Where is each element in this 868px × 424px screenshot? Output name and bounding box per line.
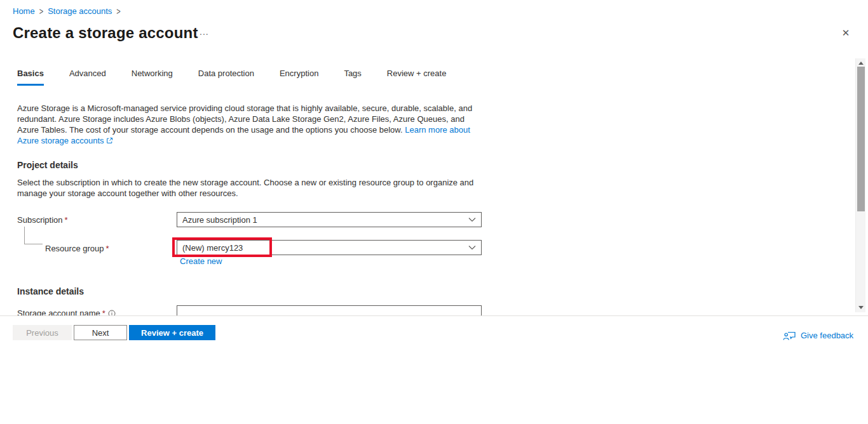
tab-tags[interactable]: Tags: [344, 69, 361, 86]
storage-account-name-label-text: Storage account name: [17, 308, 100, 315]
scroll-down-icon[interactable]: [858, 306, 864, 309]
content-pane: Basics Advanced Networking Data protecti…: [0, 57, 855, 315]
next-button[interactable]: Next: [74, 325, 127, 340]
resource-group-dropdown[interactable]: (New) mercy123: [177, 240, 482, 255]
resource-group-label-text: Resource group: [45, 244, 104, 253]
required-marker: *: [102, 308, 105, 315]
subscription-value: Azure subscription 1: [182, 215, 468, 225]
create-new-link[interactable]: Create new: [180, 256, 222, 266]
tab-bar: Basics Advanced Networking Data protecti…: [17, 69, 446, 86]
feedback-label: Give feedback: [801, 331, 853, 340]
breadcrumb-separator: >: [39, 6, 43, 17]
project-details-heading: Project details: [17, 160, 78, 170]
review-create-button[interactable]: Review + create: [129, 325, 215, 340]
storage-account-name-label: Storage account name*: [17, 308, 116, 315]
subscription-dropdown[interactable]: Azure subscription 1: [177, 212, 482, 227]
tab-networking[interactable]: Networking: [132, 69, 173, 86]
intro-text: Azure Storage is a Microsoft-managed ser…: [17, 103, 478, 147]
info-icon: [108, 310, 116, 315]
footer-divider: [0, 315, 868, 316]
feedback-icon: [783, 330, 796, 341]
tab-review-create[interactable]: Review + create: [387, 69, 447, 86]
breadcrumb-separator: >: [116, 6, 120, 17]
breadcrumb-storage-accounts[interactable]: Storage accounts: [48, 6, 112, 16]
resource-group-value: (New) mercy123: [182, 243, 468, 253]
project-details-description: Select the subscription in which to crea…: [17, 178, 478, 199]
instance-details-heading: Instance details: [17, 286, 84, 296]
required-marker: *: [65, 215, 68, 225]
close-icon[interactable]: ✕: [839, 26, 853, 40]
previous-button[interactable]: Previous: [13, 325, 72, 340]
page-title: Create a storage account: [13, 24, 198, 42]
breadcrumb: Home > Storage accounts >: [13, 6, 121, 16]
give-feedback-link[interactable]: Give feedback: [783, 330, 853, 341]
chevron-down-icon: [468, 217, 476, 222]
chevron-down-icon: [468, 245, 476, 250]
subscription-label: Subscription*: [17, 215, 68, 225]
tab-encryption[interactable]: Encryption: [280, 69, 318, 86]
tab-basics[interactable]: Basics: [17, 69, 44, 86]
external-link-icon: [106, 136, 113, 147]
intro-body: Azure Storage is a Microsoft-managed ser…: [17, 103, 472, 135]
subscription-label-text: Subscription: [17, 215, 63, 225]
tab-data-protection[interactable]: Data protection: [198, 69, 254, 86]
breadcrumb-home[interactable]: Home: [13, 6, 35, 16]
vertical-scrollbar[interactable]: [855, 58, 865, 312]
tab-advanced[interactable]: Advanced: [69, 69, 106, 86]
storage-account-name-input[interactable]: [177, 305, 482, 315]
scroll-up-icon[interactable]: [858, 62, 864, 65]
scrollbar-thumb[interactable]: [857, 67, 865, 211]
required-marker: *: [106, 244, 109, 253]
resource-group-label: Resource group*: [45, 244, 109, 253]
more-options-icon[interactable]: ...: [200, 27, 209, 37]
field-connector-line: [24, 227, 43, 244]
